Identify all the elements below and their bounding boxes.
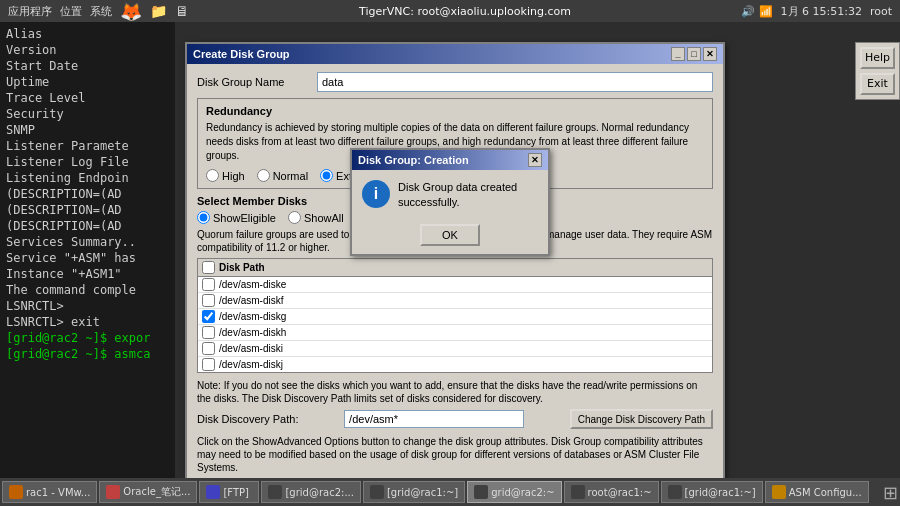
create-disk-group-dialog: Create Disk Group _ □ ✕ Disk Group Name … <box>185 42 725 506</box>
subdialog-title-text: Disk Group: Creation <box>358 154 469 166</box>
term-line-3: Uptime <box>6 74 169 90</box>
radio-normal-input[interactable] <box>257 169 270 182</box>
show-eligible-option[interactable]: ShowEligible <box>197 211 276 224</box>
term-line-14: Service "+ASM" has <box>6 250 169 266</box>
select-all-checkbox[interactable] <box>202 261 215 274</box>
discovery-row: Disk Discovery Path: Change Disk Discove… <box>197 409 713 429</box>
disk-group-name-input[interactable] <box>317 72 713 92</box>
disk-check-5[interactable] <box>202 358 215 371</box>
taskbar-end: ⊞ <box>883 482 898 503</box>
radio-high[interactable]: High <box>206 169 245 182</box>
menu-system[interactable]: 系统 <box>90 4 112 19</box>
task-ftp[interactable]: [FTP] <box>199 481 259 503</box>
side-help-panel: Help Exit <box>855 42 900 100</box>
task-icon-7 <box>668 485 682 499</box>
term-line-16: The command comple <box>6 282 169 298</box>
task-grid-rac1[interactable]: [grid@rac1:~] <box>363 481 465 503</box>
top-bar-right: 🔊 📶 1月 6 15:51:32 root <box>741 4 892 19</box>
systray-icons: 🔊 📶 <box>741 5 773 18</box>
disk-check-1[interactable] <box>202 294 215 307</box>
dialog-body: Disk Group Name Redundancy Redundancy is… <box>187 64 723 506</box>
disk-check-4[interactable] <box>202 342 215 355</box>
show-all-option[interactable]: ShowAll <box>288 211 344 224</box>
change-discovery-button[interactable]: Change Disk Discovery Path <box>570 409 713 429</box>
term-line-19: [grid@rac2 ~]$ expor <box>6 330 169 346</box>
task-asm-config[interactable]: ASM Configu... <box>765 481 869 503</box>
task-root-rac1[interactable]: root@rac1:~ <box>564 481 659 503</box>
task-icon-8 <box>772 485 786 499</box>
task-grid-rac1-b[interactable]: [grid@rac1:~] <box>661 481 763 503</box>
terminal-icon: 🖥 <box>175 3 189 19</box>
folder-icon: 📁 <box>150 3 167 19</box>
task-grid-rac2[interactable]: [grid@rac2:... <box>261 481 361 503</box>
radio-high-input[interactable] <box>206 169 219 182</box>
disk-group-name-row: Disk Group Name <box>197 72 713 92</box>
disk-table: Disk Path /dev/asm-diske /dev/asm-diskf … <box>197 258 713 373</box>
discovery-label: Disk Discovery Path: <box>197 413 298 425</box>
disk-row-1[interactable]: /dev/asm-diskf <box>198 293 712 309</box>
disk-row-3[interactable]: /dev/asm-diskh <box>198 325 712 341</box>
disk-check-0[interactable] <box>202 278 215 291</box>
top-bar-left: 应用程序 位置 系统 🦊 📁 🖥 <box>8 1 189 22</box>
task-label-3: [grid@rac2:... <box>285 487 354 498</box>
disk-row-2[interactable]: /dev/asm-diskg <box>198 309 712 325</box>
subdialog-message: Disk Group data created successfully. <box>398 180 538 210</box>
disk-check-3[interactable] <box>202 326 215 339</box>
disk-row-5[interactable]: /dev/asm-diskj <box>198 357 712 372</box>
firefox-icon: 🦊 <box>120 1 142 22</box>
discovery-path-input[interactable] <box>344 410 524 428</box>
term-line-7: Listener Paramete <box>6 138 169 154</box>
term-line-13: Services Summary.. <box>6 234 169 250</box>
term-line-5: Security <box>6 106 169 122</box>
task-label-7: [grid@rac1:~] <box>685 487 756 498</box>
subdialog-title-bar: Disk Group: Creation ✕ <box>352 150 548 170</box>
task-label-2: [FTP] <box>223 487 249 498</box>
taskbar-show-desktop-icon[interactable]: ⊞ <box>883 482 898 503</box>
disk-check-2[interactable] <box>202 310 215 323</box>
clock: 1月 6 15:51:32 <box>781 4 862 19</box>
task-label-6: root@rac1:~ <box>588 487 652 498</box>
close-button[interactable]: ✕ <box>703 47 717 61</box>
top-bar: 应用程序 位置 系统 🦊 📁 🖥 TigerVNC: root@xiaoliu.… <box>0 0 900 22</box>
term-line-2: Start Date <box>6 58 169 74</box>
title-buttons: _ □ ✕ <box>671 47 717 61</box>
task-label-0: rac1 - VMw... <box>26 487 90 498</box>
disk-row-0[interactable]: /dev/asm-diske <box>198 277 712 293</box>
task-icon-5 <box>474 485 488 499</box>
menu-applications[interactable]: 应用程序 <box>8 4 52 19</box>
dialog-title: Create Disk Group <box>193 48 290 60</box>
task-grid-rac2-active[interactable]: grid@rac2:~ <box>467 481 561 503</box>
task-icon-6 <box>571 485 585 499</box>
maximize-button[interactable]: □ <box>687 47 701 61</box>
help-side-button[interactable]: Help <box>860 47 895 69</box>
disk-table-header: Disk Path <box>198 259 712 277</box>
term-line-8: Listener Log File <box>6 154 169 170</box>
term-line-9: Listening Endpoin <box>6 170 169 186</box>
redundancy-title: Redundancy <box>206 105 704 117</box>
task-icon-4 <box>370 485 384 499</box>
show-all-radio[interactable] <box>288 211 301 224</box>
subdialog-close-button[interactable]: ✕ <box>528 153 542 167</box>
term-line-1: Version <box>6 42 169 58</box>
term-line-15: Instance "+ASM1" <box>6 266 169 282</box>
term-line-20: [grid@rac2 ~]$ asmca <box>6 346 169 362</box>
task-oracle-notes[interactable]: Oracle_笔记... <box>99 481 197 503</box>
task-label-8: ASM Configu... <box>789 487 862 498</box>
radio-external-input[interactable] <box>320 169 333 182</box>
info-icon: i <box>362 180 390 208</box>
advanced-text: Click on the ShowAdvanced Options button… <box>197 435 713 474</box>
subdialog-ok-button[interactable]: OK <box>420 224 480 246</box>
disk-row-4[interactable]: /dev/asm-diski <box>198 341 712 357</box>
term-line-0: Alias <box>6 26 169 42</box>
term-line-6: SNMP <box>6 122 169 138</box>
taskbar: rac1 - VMw... Oracle_笔记... [FTP] [grid@r… <box>0 478 900 506</box>
task-icon-2 <box>206 485 220 499</box>
menu-locations[interactable]: 位置 <box>60 4 82 19</box>
terminal-panel: Alias Version Start Date Uptime Trace Le… <box>0 22 175 506</box>
show-eligible-radio[interactable] <box>197 211 210 224</box>
radio-normal[interactable]: Normal <box>257 169 308 182</box>
disk-group-name-label: Disk Group Name <box>197 76 317 88</box>
exit-side-button[interactable]: Exit <box>860 73 895 95</box>
minimize-button[interactable]: _ <box>671 47 685 61</box>
task-rac1-vmw[interactable]: rac1 - VMw... <box>2 481 97 503</box>
